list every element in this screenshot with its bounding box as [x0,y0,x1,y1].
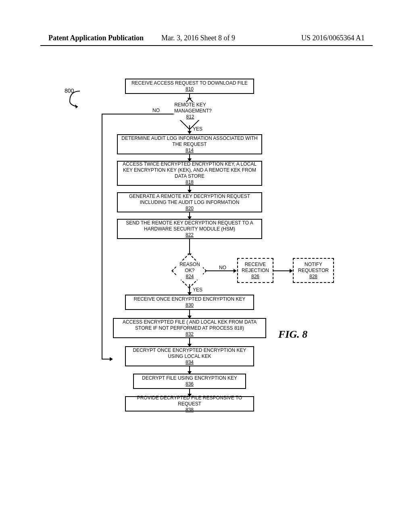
step-text: RECEIVE ACCESS REQUEST TO DOWNLOAD FILE [131,80,248,86]
step-ref: 834 [186,360,194,366]
step-832: ACCESS ENCRYPTED FILE ( AND LOCAL KEK FR… [113,318,266,338]
step-ref: 818 [186,179,194,185]
figure-label: FIG. 8 [278,328,307,341]
step-824-label: REASON OK? 824 [177,262,203,280]
step-text: NOTIFY REQUESTOR [296,262,331,274]
step-text: RECEIVE ONCE ENCRYPTED ENCRYPTION KEY [134,296,246,302]
step-ref: 826 [251,274,259,280]
step-ref: 814 [186,148,194,154]
step-830: RECEIVE ONCE ENCRYPTED ENCRYPTION KEY 83… [125,295,254,310]
step-818: ACCESS TWICE ENCRYPTED ENCRYPTION KEY, A… [117,161,262,186]
flowchart: 800 RECEIVE ACCESS REQUEST TO DOWNLOAD F… [105,79,363,449]
step-834: DECRYPT ONCE ENCRYPTED ENCRYPTION KEY US… [125,346,254,366]
step-text: PROVIDE DECRYPTED FILE RESPONSIVE TO REQ… [128,395,251,407]
step-814: DETERMINE AUDIT LOG INFORMATION ASSOCIAT… [117,134,262,154]
step-838: PROVIDE DECRYPTED FILE RESPONSIVE TO REQ… [125,396,254,411]
arrow-834-836 [188,366,191,374]
arrow-832-834 [188,338,191,347]
step-ref: 810 [186,86,194,92]
step-text: GENERATE A REMOTE KEY DECRYPTION REQUEST… [120,193,259,206]
header-left: Patent Application Publication [48,34,144,42]
edge-824-no: NO [219,265,226,270]
step-text: REMOTE KEY MANAGEMENT? [174,102,212,114]
step-text: SEND THE REMOTE KEY DECRYPTION REQUEST T… [120,220,259,232]
page-header: Patent Application Publication Mar. 3, 2… [0,34,413,44]
edge-812-no: NO [152,108,160,113]
step-ref: 824 [186,274,194,279]
step-text: REASON OK? [179,262,200,273]
step-text: DECRYPT FILE USING ENCRYPTION KEY [142,375,237,381]
step-text: DECRYPT ONCE ENCRYPTED ENCRYPTION KEY US… [128,347,251,360]
header-rule [40,45,373,46]
step-826: RECEIVE REJECTION 826 [237,258,273,283]
edge-812-yes: YES [193,126,202,132]
step-text: RECEIVE REJECTION [240,262,270,274]
step-ref: 838 [186,407,194,413]
step-ref: 832 [186,331,194,337]
step-ref: 830 [186,302,194,308]
step-ref: 812 [186,114,194,120]
step-820: GENERATE A REMOTE KEY DECRYPTION REQUEST… [117,192,262,212]
header-mid: Mar. 3, 2016 Sheet 8 of 9 [161,34,235,42]
step-812-label: REMOTE KEY MANAGEMENT? 812 [174,102,206,120]
step-822: SEND THE REMOTE KEY DECRYPTION REQUEST T… [117,219,262,239]
step-text: ACCESS TWICE ENCRYPTED ENCRYPTION KEY, A… [120,161,259,179]
step-ref: 836 [186,381,194,387]
step-ref: 820 [186,206,194,212]
step-ref: 828 [309,274,317,280]
step-810: RECEIVE ACCESS REQUEST TO DOWNLOAD FILE … [125,79,254,94]
step-ref: 822 [186,232,194,238]
arrow-830-832 [188,310,191,319]
edge-824-yes: YES [193,287,202,293]
ref-800-label: 800 [65,87,74,94]
header-right: US 2016/0065364 A1 [301,34,365,42]
step-836: DECRYPT FILE USING ENCRYPTION KEY 836 [133,374,246,389]
step-text: DETERMINE AUDIT LOG INFORMATION ASSOCIAT… [120,135,259,148]
arrow-826-828 [273,270,293,272]
step-828: NOTIFY REQUESTOR 828 [293,258,334,283]
step-text: ACCESS ENCRYPTED FILE ( AND LOCAL KEK FR… [116,319,263,331]
